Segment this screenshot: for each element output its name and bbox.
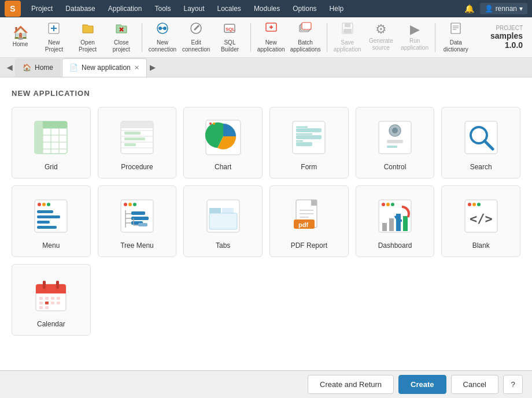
footer: Create and Return Create Cancel ? bbox=[0, 370, 532, 398]
menu-layout[interactable]: Layout bbox=[178, 2, 210, 15]
close-tab-icon[interactable]: ✕ bbox=[134, 64, 139, 72]
app-grid-row1: Grid Procedure bbox=[12, 107, 520, 178]
menu-modules[interactable]: Modules bbox=[248, 2, 286, 15]
tabs-nav-left[interactable]: ◀ bbox=[5, 58, 14, 77]
svg-rect-123 bbox=[45, 302, 49, 304]
svg-point-47 bbox=[213, 122, 215, 125]
app-card-pdf[interactable]: pdf PDF Report bbox=[269, 185, 349, 257]
svg-rect-20 bbox=[343, 29, 352, 33]
pdf-label: PDF Report bbox=[291, 241, 327, 250]
new-project-icon bbox=[47, 21, 61, 38]
home-icon: 🏠 bbox=[13, 27, 28, 39]
home-tab-label: Home bbox=[35, 64, 53, 72]
new-application-button[interactable]: New application bbox=[256, 20, 287, 55]
run-application-button: ▶ Run application bbox=[399, 20, 430, 55]
create-and-return-button[interactable]: Create and Return bbox=[308, 375, 394, 394]
new-connection-button[interactable]: New connection bbox=[147, 20, 178, 55]
app-card-grid[interactable]: Grid bbox=[12, 107, 91, 178]
new-app-tab-icon: 📄 bbox=[69, 64, 78, 72]
svg-rect-118 bbox=[39, 297, 43, 300]
app-grid-row2: Menu bbox=[12, 185, 520, 257]
svg-rect-21 bbox=[451, 23, 460, 34]
svg-rect-34 bbox=[35, 121, 43, 154]
section-title: NEW APPLICATION bbox=[12, 89, 520, 98]
batch-applications-icon bbox=[298, 21, 312, 38]
calendar-label: Calendar bbox=[37, 320, 65, 328]
search-icon bbox=[460, 117, 502, 158]
new-application-icon bbox=[264, 21, 278, 38]
save-application-button: Save application bbox=[332, 20, 363, 55]
tabs-nav-right[interactable]: ▶ bbox=[148, 58, 157, 77]
svg-rect-52 bbox=[296, 142, 312, 146]
svg-rect-124 bbox=[51, 302, 54, 304]
app-card-chart[interactable]: Chart bbox=[183, 107, 263, 178]
svg-rect-119 bbox=[45, 297, 49, 300]
app-card-dashboard[interactable]: Dashboard bbox=[356, 185, 435, 257]
svg-point-67 bbox=[47, 203, 50, 206]
svg-rect-126 bbox=[39, 306, 43, 309]
tree-menu-icon bbox=[116, 195, 158, 237]
menu-tools[interactable]: Tools bbox=[149, 2, 176, 15]
user-chevron-icon: ▾ bbox=[519, 5, 523, 13]
dashboard-label: Dashboard bbox=[378, 241, 412, 250]
svg-point-58 bbox=[392, 128, 398, 133]
close-project-button[interactable]: Close project bbox=[106, 20, 137, 55]
app-card-calendar[interactable]: Calendar bbox=[12, 264, 91, 336]
svg-rect-68 bbox=[37, 210, 53, 213]
batch-applications-button[interactable]: Batch applications bbox=[289, 20, 322, 55]
tab-home[interactable]: 🏠 Home bbox=[15, 58, 61, 77]
new-app-tab-label: New application bbox=[82, 64, 131, 72]
svg-rect-103 bbox=[389, 218, 394, 231]
app-grid-row3: Calendar bbox=[12, 264, 520, 336]
tabs-label: Tabs bbox=[216, 241, 230, 250]
project-label: PROJECT bbox=[474, 25, 523, 31]
svg-point-48 bbox=[216, 122, 219, 125]
svg-point-73 bbox=[124, 203, 127, 206]
home-tab-icon: 🏠 bbox=[23, 64, 31, 72]
menu-application[interactable]: Application bbox=[102, 2, 148, 15]
menu-locales[interactable]: Locales bbox=[212, 2, 247, 15]
home-button[interactable]: 🏠 Home bbox=[5, 20, 36, 55]
svg-rect-115 bbox=[36, 291, 66, 293]
run-application-label: Run application bbox=[400, 38, 429, 51]
app-card-blank[interactable]: </> Blank bbox=[441, 185, 520, 257]
open-project-button[interactable]: Open Project bbox=[72, 20, 103, 55]
svg-text:</>: </> bbox=[470, 211, 493, 226]
create-button[interactable]: Create bbox=[398, 375, 446, 394]
save-application-label: Save application bbox=[333, 39, 362, 53]
app-card-search[interactable]: Search bbox=[441, 107, 520, 178]
tab-new-application[interactable]: 📄 New application ✕ bbox=[62, 58, 147, 77]
notification-bell-icon[interactable]: 🔔 bbox=[464, 4, 474, 13]
svg-point-46 bbox=[209, 122, 212, 125]
menu-options[interactable]: Options bbox=[287, 2, 322, 15]
new-project-label: New Project bbox=[39, 39, 68, 53]
help-button[interactable]: ? bbox=[503, 375, 523, 394]
app-card-menu[interactable]: Menu bbox=[12, 185, 91, 257]
chart-icon bbox=[202, 117, 244, 158]
toolbar-separator-4 bbox=[435, 23, 435, 52]
sql-builder-button[interactable]: SQL SQL Builder bbox=[214, 20, 245, 55]
data-dictionary-button[interactable]: Data dictionary bbox=[440, 20, 471, 55]
user-info[interactable]: 👤 rennan ▾ bbox=[480, 3, 527, 14]
app-card-procedure[interactable]: Procedure bbox=[98, 107, 177, 178]
form-icon bbox=[288, 117, 330, 158]
svg-rect-17 bbox=[302, 23, 311, 29]
new-project-button[interactable]: New Project bbox=[38, 20, 69, 55]
app-card-tabs[interactable]: Tabs bbox=[183, 185, 263, 257]
edit-connection-button[interactable]: Edit connection bbox=[180, 20, 212, 55]
svg-point-65 bbox=[38, 203, 41, 206]
menu-project[interactable]: Project bbox=[25, 2, 58, 15]
edit-connection-icon bbox=[189, 21, 203, 38]
menu-help[interactable]: Help bbox=[324, 2, 350, 15]
svg-point-66 bbox=[42, 203, 46, 206]
cancel-button[interactable]: Cancel bbox=[451, 375, 498, 394]
app-card-control[interactable]: Control bbox=[356, 107, 435, 178]
svg-point-75 bbox=[133, 203, 136, 206]
data-dictionary-icon bbox=[449, 21, 463, 38]
generate-source-icon: ⚙ bbox=[375, 23, 387, 36]
svg-rect-70 bbox=[37, 221, 50, 224]
menu-database[interactable]: Database bbox=[60, 2, 101, 15]
app-card-tree-menu[interactable]: Tree Menu bbox=[98, 185, 177, 257]
app-card-form[interactable]: Form bbox=[269, 107, 349, 178]
svg-marker-92 bbox=[311, 200, 317, 206]
